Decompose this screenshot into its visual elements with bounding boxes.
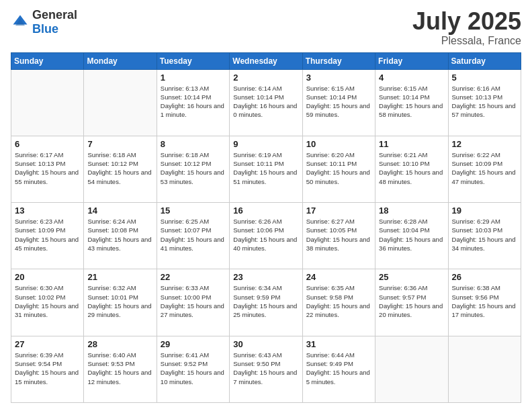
- day-number: 3: [306, 73, 371, 83]
- logo-general: General: [32, 8, 77, 21]
- day-info: Sunrise: 6:41 AMSunset: 9:52 PMDaylight:…: [161, 351, 226, 386]
- day-number: 25: [379, 272, 444, 282]
- day-number: 30: [233, 339, 298, 349]
- day-info: Sunrise: 6:21 AMSunset: 10:10 PMDaylight…: [379, 150, 444, 186]
- day-number: 28: [87, 339, 152, 349]
- day-number: 1: [161, 73, 226, 83]
- table-row: 6Sunrise: 6:17 AMSunset: 10:13 PMDayligh…: [11, 136, 84, 202]
- day-info: Sunrise: 6:38 AMSunset: 9:56 PMDaylight:…: [452, 283, 517, 319]
- table-row: 12Sunrise: 6:22 AMSunset: 10:09 PMDaylig…: [448, 136, 521, 202]
- day-info: Sunrise: 6:43 AMSunset: 9:50 PMDaylight:…: [233, 351, 298, 386]
- day-info: Sunrise: 6:29 AMSunset: 10:03 PMDaylight…: [452, 217, 517, 253]
- title-block: July 2025 Plessala, France: [412, 8, 521, 47]
- table-row: 30Sunrise: 6:43 AMSunset: 9:50 PMDayligh…: [230, 336, 302, 402]
- header: General Blue July 2025 Plessala, France: [11, 8, 521, 47]
- day-number: 20: [15, 272, 80, 282]
- table-row: [11, 69, 84, 136]
- day-info: Sunrise: 6:15 AMSunset: 10:14 PMDaylight…: [306, 84, 371, 120]
- location-title: Plessala, France: [412, 35, 521, 47]
- col-saturday: Saturday: [448, 52, 521, 69]
- logo: General Blue: [11, 8, 77, 36]
- page: General Blue July 2025 Plessala, France …: [0, 0, 532, 411]
- day-number: 8: [161, 139, 226, 149]
- calendar-week-3: 13Sunrise: 6:23 AMSunset: 10:09 PMDaylig…: [11, 203, 521, 269]
- calendar-week-1: 1Sunrise: 6:13 AMSunset: 10:14 PMDayligh…: [11, 69, 521, 136]
- table-row: [84, 69, 157, 136]
- table-row: 7Sunrise: 6:18 AMSunset: 10:12 PMDayligh…: [84, 136, 157, 202]
- table-row: 11Sunrise: 6:21 AMSunset: 10:10 PMDaylig…: [375, 136, 448, 202]
- day-number: 18: [379, 205, 444, 216]
- day-info: Sunrise: 6:33 AMSunset: 10:00 PMDaylight…: [161, 283, 226, 319]
- day-number: 19: [452, 205, 517, 216]
- table-row: [448, 336, 521, 402]
- table-row: 3Sunrise: 6:15 AMSunset: 10:14 PMDayligh…: [302, 69, 375, 136]
- table-row: 2Sunrise: 6:14 AMSunset: 10:14 PMDayligh…: [230, 69, 302, 136]
- day-info: Sunrise: 6:19 AMSunset: 10:11 PMDaylight…: [233, 150, 298, 186]
- col-thursday: Thursday: [302, 52, 375, 69]
- month-title: July 2025: [412, 8, 521, 35]
- day-info: Sunrise: 6:17 AMSunset: 10:13 PMDaylight…: [15, 150, 80, 186]
- table-row: 24Sunrise: 6:35 AMSunset: 9:58 PMDayligh…: [302, 269, 375, 336]
- col-tuesday: Tuesday: [157, 52, 229, 69]
- table-row: 29Sunrise: 6:41 AMSunset: 9:52 PMDayligh…: [157, 336, 229, 402]
- day-info: Sunrise: 6:27 AMSunset: 10:05 PMDaylight…: [306, 217, 371, 253]
- col-wednesday: Wednesday: [230, 52, 302, 69]
- col-friday: Friday: [375, 52, 448, 69]
- day-number: 29: [161, 339, 226, 349]
- day-number: 10: [306, 139, 371, 149]
- day-info: Sunrise: 6:34 AMSunset: 9:59 PMDaylight:…: [233, 283, 298, 319]
- table-row: 4Sunrise: 6:15 AMSunset: 10:14 PMDayligh…: [375, 69, 448, 136]
- day-number: 7: [87, 139, 152, 149]
- calendar-week-4: 20Sunrise: 6:30 AMSunset: 10:02 PMDaylig…: [11, 269, 521, 336]
- table-row: 26Sunrise: 6:38 AMSunset: 9:56 PMDayligh…: [448, 269, 521, 336]
- table-row: 18Sunrise: 6:28 AMSunset: 10:04 PMDaylig…: [375, 203, 448, 269]
- day-info: Sunrise: 6:15 AMSunset: 10:14 PMDaylight…: [379, 84, 444, 120]
- col-monday: Monday: [84, 52, 157, 69]
- day-info: Sunrise: 6:18 AMSunset: 10:12 PMDaylight…: [161, 150, 226, 186]
- table-row: 13Sunrise: 6:23 AMSunset: 10:09 PMDaylig…: [11, 203, 84, 269]
- day-number: 24: [306, 272, 371, 282]
- day-number: 15: [161, 205, 226, 216]
- table-row: 5Sunrise: 6:16 AMSunset: 10:13 PMDayligh…: [448, 69, 521, 136]
- calendar-week-5: 27Sunrise: 6:39 AMSunset: 9:54 PMDayligh…: [11, 336, 521, 402]
- day-number: 26: [452, 272, 517, 282]
- day-info: Sunrise: 6:25 AMSunset: 10:07 PMDaylight…: [161, 217, 226, 253]
- day-info: Sunrise: 6:16 AMSunset: 10:13 PMDaylight…: [452, 84, 517, 120]
- day-info: Sunrise: 6:32 AMSunset: 10:01 PMDaylight…: [87, 283, 152, 319]
- day-number: 13: [15, 205, 80, 216]
- day-number: 21: [87, 272, 152, 282]
- day-info: Sunrise: 6:26 AMSunset: 10:06 PMDaylight…: [233, 217, 298, 253]
- table-row: 14Sunrise: 6:24 AMSunset: 10:08 PMDaylig…: [84, 203, 157, 269]
- table-row: 23Sunrise: 6:34 AMSunset: 9:59 PMDayligh…: [230, 269, 302, 336]
- day-number: 2: [233, 73, 298, 83]
- table-row: 1Sunrise: 6:13 AMSunset: 10:14 PMDayligh…: [157, 69, 229, 136]
- day-info: Sunrise: 6:44 AMSunset: 9:49 PMDaylight:…: [306, 351, 371, 386]
- day-info: Sunrise: 6:36 AMSunset: 9:57 PMDaylight:…: [379, 283, 444, 319]
- day-number: 6: [15, 139, 80, 149]
- table-row: 9Sunrise: 6:19 AMSunset: 10:11 PMDayligh…: [230, 136, 302, 202]
- table-row: 10Sunrise: 6:20 AMSunset: 10:11 PMDaylig…: [302, 136, 375, 202]
- day-number: 9: [233, 139, 298, 149]
- logo-text: General Blue: [32, 8, 77, 36]
- day-number: 22: [161, 272, 226, 282]
- day-number: 11: [379, 139, 444, 149]
- day-number: 27: [15, 339, 80, 349]
- day-info: Sunrise: 6:35 AMSunset: 9:58 PMDaylight:…: [306, 283, 371, 319]
- logo-blue: Blue: [32, 22, 58, 36]
- day-number: 23: [233, 272, 298, 282]
- day-number: 5: [452, 73, 517, 83]
- day-info: Sunrise: 6:14 AMSunset: 10:14 PMDaylight…: [233, 84, 298, 120]
- day-info: Sunrise: 6:18 AMSunset: 10:12 PMDaylight…: [87, 150, 152, 186]
- table-row: 15Sunrise: 6:25 AMSunset: 10:07 PMDaylig…: [157, 203, 229, 269]
- day-number: 14: [87, 205, 152, 216]
- table-row: 27Sunrise: 6:39 AMSunset: 9:54 PMDayligh…: [11, 336, 84, 402]
- table-row: 25Sunrise: 6:36 AMSunset: 9:57 PMDayligh…: [375, 269, 448, 336]
- day-number: 16: [233, 205, 298, 216]
- table-row: 20Sunrise: 6:30 AMSunset: 10:02 PMDaylig…: [11, 269, 84, 336]
- table-row: 8Sunrise: 6:18 AMSunset: 10:12 PMDayligh…: [157, 136, 229, 202]
- day-info: Sunrise: 6:23 AMSunset: 10:09 PMDaylight…: [15, 217, 80, 253]
- day-info: Sunrise: 6:13 AMSunset: 10:14 PMDaylight…: [161, 84, 226, 120]
- table-row: [375, 336, 448, 402]
- calendar-header-row: Sunday Monday Tuesday Wednesday Thursday…: [11, 52, 521, 69]
- table-row: 17Sunrise: 6:27 AMSunset: 10:05 PMDaylig…: [302, 203, 375, 269]
